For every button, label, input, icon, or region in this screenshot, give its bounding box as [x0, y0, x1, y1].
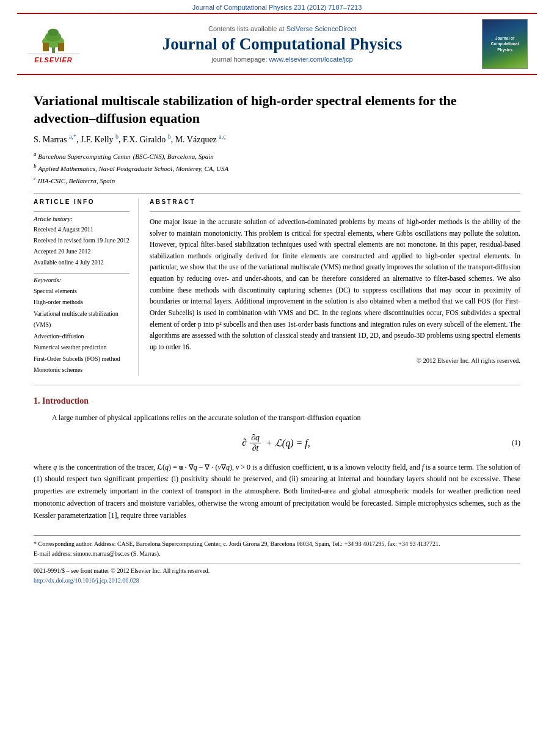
divider-info [34, 211, 129, 212]
keyword-3: Variational multiscale stabilization (VM… [34, 308, 129, 331]
keyword-7: Monotonic schemes [34, 365, 129, 376]
sciverse-link[interactable]: SciVerse ScienceDirect [286, 25, 356, 32]
equation-1-number: (1) [512, 438, 520, 448]
equation-1-content: ∂ ∂q ∂t + ℒ(q) = f, [242, 433, 312, 453]
journal-title-main: Journal of Computational Physics [90, 34, 474, 54]
elsevier-logo: ELSEVIER [24, 24, 82, 64]
intro-para2: where q is the concentration of the trac… [34, 462, 520, 522]
footnote-bottom: 0021-9991/$ – see front matter © 2012 El… [34, 563, 520, 586]
svg-rect-5 [43, 43, 49, 51]
keywords-label: Keywords: [34, 277, 129, 283]
divider-abstract [150, 211, 520, 212]
homepage-link[interactable]: www.elsevier.com/locate/jcp [269, 56, 353, 63]
intro-section-title: 1. Introduction [34, 396, 520, 406]
issn-line: 0021-9991/$ – see front matter © 2012 El… [34, 566, 520, 576]
journal-cover: Journal ofComputationalPhysics [482, 19, 530, 69]
journal-homepage: journal homepage: www.elsevier.com/locat… [90, 56, 474, 63]
footnote-section: * Corresponding author. Address: CASE, B… [34, 536, 520, 559]
corresponding-author-note: * Corresponding author. Address: CASE, B… [34, 539, 520, 550]
abstract-text: One major issue in the accurate solution… [150, 216, 520, 353]
history-item-3: Accepted 20 June 2012 [34, 246, 129, 257]
abstract-panel: ABSTRACT One major issue in the accurate… [150, 198, 520, 376]
divider-1 [34, 193, 520, 194]
email-note: E-mail address: simone.marras@bsc.es (S.… [34, 549, 520, 559]
journal-header: ELSEVIER Contents lists available at Sci… [17, 13, 537, 75]
article-history-label: Article history: [34, 216, 129, 222]
keyword-4: Advection–diffusion [34, 331, 129, 343]
top-journal-link: Journal of Computational Physics 231 (20… [0, 0, 554, 13]
intro-para1: A large number of physical applications … [34, 412, 520, 424]
article-info-panel: ARTICLE INFO Article history: Received 4… [34, 198, 139, 376]
article-info-abstract: ARTICLE INFO Article history: Received 4… [34, 198, 520, 376]
article-title: Variational multiscale stabilization of … [34, 92, 520, 127]
main-content: Variational multiscale stabilization of … [0, 75, 554, 598]
keyword-6: First-Order Subcells (FOS) method [34, 354, 129, 365]
history-item-2: Received in revised form 19 June 2012 [34, 235, 129, 246]
journal-header-center: Contents lists available at SciVerse Sci… [87, 25, 477, 63]
elsevier-tree-icon [27, 24, 79, 55]
affiliations: a Barcelona Supercomputing Center (BSC-C… [34, 150, 520, 187]
affiliation-b: b Applied Mathematics, Naval Postgraduat… [34, 165, 228, 172]
article-info-heading: ARTICLE INFO [34, 198, 129, 205]
equation-1-block: ∂ ∂q ∂t + ℒ(q) = f, (1) [34, 433, 520, 453]
contents-available-text: Contents lists available at SciVerse Sci… [90, 25, 474, 32]
history-item-1: Received 4 August 2011 [34, 224, 129, 235]
affiliation-a: a Barcelona Supercomputing Center (BSC-C… [34, 153, 214, 160]
authors-line: S. Marras a,*, J.F. Kelly b, F.X. Girald… [34, 133, 520, 145]
keyword-5: Numerical weather prediction [34, 342, 129, 354]
svg-point-4 [48, 29, 59, 36]
history-item-4: Available online 4 July 2012 [34, 257, 129, 268]
keyword-1: Spectral elements [34, 286, 129, 297]
keyword-2: High-order methods [34, 297, 129, 308]
history-items: Received 4 August 2011 Received in revis… [34, 224, 129, 268]
intro-section: 1. Introduction A large number of physic… [34, 396, 520, 522]
abstract-heading: ABSTRACT [150, 198, 520, 205]
abstract-copyright: © 2012 Elsevier Inc. All rights reserved… [150, 357, 520, 364]
doi-line: http://dx.doi.org/10.1016/j.jcp.2012.06.… [34, 576, 520, 586]
svg-rect-6 [58, 43, 64, 51]
elsevier-brand-text: ELSEVIER [34, 56, 72, 64]
keywords-list: Spectral elements High-order methods Var… [34, 286, 129, 376]
divider-2 [34, 385, 520, 385]
doi-link[interactable]: http://dx.doi.org/10.1016/j.jcp.2012.06.… [34, 577, 139, 584]
affiliation-c: c IIIA-CSIC, Bellaterra, Spain [34, 177, 115, 184]
divider-keywords [34, 273, 129, 274]
